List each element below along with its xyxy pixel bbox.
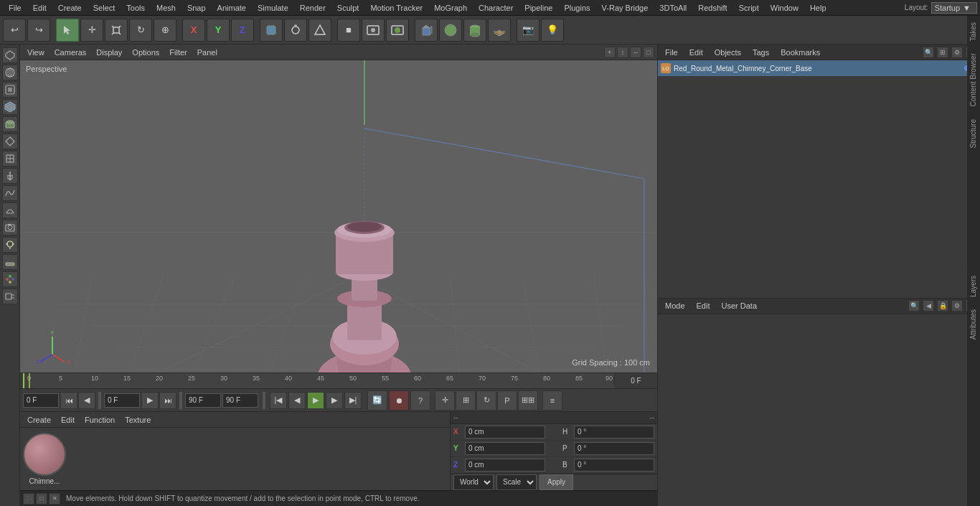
prev-frame-button[interactable]: ◀ (288, 392, 306, 409)
sidebar-btn-mograph[interactable] (2, 271, 18, 287)
menu-script[interactable]: Script (733, 2, 765, 14)
record-button[interactable]: ⏺ (389, 390, 409, 411)
key-all-button[interactable]: ⊞⊞ (518, 390, 538, 411)
mat-menu-edit[interactable]: Edit (57, 414, 79, 426)
coord-p-rot-field[interactable] (574, 442, 654, 455)
menu-mesh[interactable]: Mesh (151, 2, 182, 14)
menu-edit[interactable]: Edit (27, 2, 52, 14)
attr-lock-icon[interactable]: 🔒 (937, 300, 948, 311)
viewport-ctrl-1[interactable]: + (604, 47, 616, 58)
vertex-mode-button[interactable] (284, 19, 307, 42)
go-end-button[interactable]: ▶| (344, 392, 362, 409)
vp-menu-cameras[interactable]: Cameras (50, 47, 91, 58)
sphere-primitive-button[interactable] (439, 19, 462, 42)
coord-h-rot-field[interactable] (574, 426, 654, 439)
sidebar-btn-4[interactable] (2, 99, 18, 115)
menu-tools[interactable]: Tools (121, 2, 151, 14)
sidebar-btn-2[interactable] (2, 65, 18, 80)
sidebar-btn-7[interactable] (2, 151, 18, 167)
sidebar-btn-floor[interactable] (2, 254, 18, 270)
auto-key-button[interactable]: ? (410, 390, 430, 411)
sidebar-btn-tag[interactable] (2, 289, 18, 304)
coord-scale-dropdown[interactable]: Scale (496, 474, 537, 490)
menu-create[interactable]: Create (52, 2, 88, 14)
menu-select[interactable]: Select (88, 2, 121, 14)
obj-menu-bookmarks[interactable]: Bookmarks (776, 47, 824, 58)
timeline[interactable]: 0 5 10 15 20 25 30 35 40 45 50 55 60 65 … (20, 373, 657, 388)
step-back-more-button[interactable]: ⏮ (60, 392, 77, 409)
menu-simulate[interactable]: Simulate (252, 2, 294, 14)
rotate-key-button[interactable]: ↻ (476, 390, 496, 411)
current-frame-field[interactable] (104, 393, 140, 408)
y-axis-button[interactable]: Y (207, 19, 230, 42)
coord-z-pos-field[interactable] (465, 459, 545, 472)
step-fwd-more-button[interactable]: ⏭ (159, 392, 176, 409)
status-icon-1[interactable]: 🎥 (23, 493, 34, 505)
obj-search-icon[interactable]: 🔍 (923, 47, 934, 58)
menu-redshift[interactable]: Redshift (692, 2, 732, 14)
go-start-button[interactable]: |◀ (270, 392, 287, 409)
obj-menu-tags[interactable]: Tags (748, 47, 773, 58)
redo-button[interactable]: ↪ (27, 19, 50, 42)
menu-render[interactable]: Render (294, 2, 331, 14)
status-icon-2[interactable]: □ (36, 493, 47, 505)
mat-menu-texture[interactable]: Texture (121, 414, 155, 426)
menu-mograph[interactable]: MoGraph (428, 2, 473, 14)
render-region-button[interactable]: ■ (337, 19, 360, 42)
mat-menu-create[interactable]: Create (23, 414, 55, 426)
select-tool-button[interactable] (56, 19, 79, 42)
step-back-button[interactable]: ◀ (78, 392, 95, 409)
sidebar-btn-1[interactable] (2, 47, 18, 63)
viewport-ctrl-4[interactable]: □ (643, 47, 654, 58)
material-item[interactable]: Chimne... (23, 433, 66, 485)
transform-tool-button[interactable]: ⊕ (154, 19, 176, 42)
obj-settings-icon[interactable]: ⚙ (951, 47, 963, 58)
menu-vray[interactable]: V-Ray Bridge (596, 2, 654, 14)
attr-menu-edit[interactable]: Edit (692, 300, 715, 311)
tab-attributes[interactable]: Attributes (967, 303, 980, 345)
z-axis-button[interactable]: Z (231, 19, 254, 42)
light-button[interactable]: 💡 (541, 19, 564, 42)
vp-menu-view[interactable]: View (23, 47, 49, 58)
scale-key-button[interactable]: ⊞ (456, 390, 476, 411)
menu-animate[interactable]: Animate (212, 2, 252, 14)
camera-button[interactable]: 📷 (517, 19, 540, 42)
viewport-3d[interactable]: Perspective Grid Spacing : 100 cm Y X Z (20, 60, 657, 373)
loop-button[interactable]: 🔄 (367, 390, 387, 411)
undo-button[interactable]: ↩ (3, 19, 26, 42)
menu-plugins[interactable]: Plugins (558, 2, 595, 14)
menu-3dtoall[interactable]: 3DToAll (654, 2, 692, 14)
move-tool-button[interactable]: ✛ (80, 19, 103, 42)
menu-motion-tracker[interactable]: Motion Tracker (364, 2, 428, 14)
attr-menu-userdata[interactable]: User Data (717, 300, 762, 311)
sidebar-btn-light[interactable] (2, 237, 18, 253)
obj-menu-file[interactable]: File (661, 47, 682, 58)
attr-prev-icon[interactable]: ◀ (923, 300, 934, 311)
viewport-ctrl-3[interactable]: ↔ (630, 47, 641, 58)
attr-menu-mode[interactable]: Mode (661, 300, 689, 311)
key-sel-button[interactable]: P (497, 390, 517, 411)
vp-menu-filter[interactable]: Filter (165, 47, 191, 58)
object-row-chimney[interactable]: LO Red_Round_Metal_Chimney_Corner_Base (658, 60, 980, 76)
menu-pipeline[interactable]: Pipeline (519, 2, 558, 14)
cube-primitive-button[interactable] (415, 19, 438, 42)
menu-help[interactable]: Help (804, 2, 832, 14)
sidebar-btn-spline[interactable] (2, 185, 18, 201)
render-view-button[interactable] (362, 19, 385, 42)
sidebar-btn-camera[interactable] (2, 220, 18, 235)
sidebar-btn-6[interactable] (2, 133, 18, 149)
viewport-ctrl-2[interactable]: ↕ (617, 47, 628, 58)
obj-menu-objects[interactable]: Objects (710, 47, 745, 58)
sidebar-btn-deform[interactable] (2, 202, 18, 218)
play-fwd-button[interactable]: ▶ (307, 392, 324, 409)
vp-menu-display[interactable]: Display (92, 47, 126, 58)
next-frame-button[interactable]: ▶ (326, 392, 343, 409)
layout-dropdown[interactable]: Startup ▼ (931, 2, 977, 14)
attr-search-icon[interactable]: 🔍 (908, 300, 920, 311)
coord-y-pos-field[interactable] (465, 442, 545, 455)
menu-snap[interactable]: Snap (182, 2, 212, 14)
tab-structure[interactable]: Structure (967, 113, 980, 154)
start-frame-field[interactable] (23, 393, 59, 408)
cylinder-primitive-button[interactable] (463, 19, 486, 42)
end-frame-field[interactable] (185, 393, 221, 408)
